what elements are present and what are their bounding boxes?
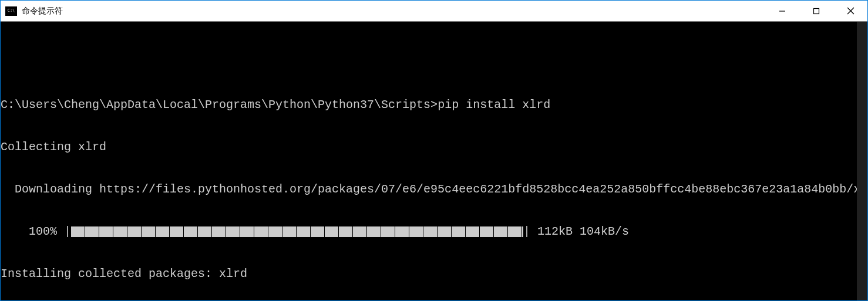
maximize-button[interactable] [799,1,833,21]
svg-rect-1 [814,8,819,13]
output-collecting: Collecting xlrd [1,140,867,154]
progress-line: 100% | | 112kB 104kB/s [1,225,867,239]
window-title: 命令提示符 [22,6,765,16]
progress-percent: 100% [1,225,64,239]
progress-bar-fill [71,226,523,237]
minimize-button[interactable] [765,1,799,21]
blank-line [1,56,867,70]
progress-cap-right: | [523,225,530,239]
progress-speed: 112kB 104kB/s [530,225,629,239]
terminal-output[interactable]: C:\Users\Cheng\AppData\Local\Programs\Py… [1,22,867,300]
output-installing: Installing collected packages: xlrd [1,267,867,281]
prompt-line: C:\Users\Cheng\AppData\Local\Programs\Py… [1,98,867,112]
window-controls [765,1,867,21]
cmd-icon [5,6,17,16]
vertical-scrollbar[interactable] [857,22,867,300]
close-button[interactable] [833,1,867,21]
progress-cap-left: | [64,225,71,239]
output-downloading: Downloading https://files.pythonhosted.o… [1,182,867,197]
titlebar[interactable]: 命令提示符 [1,1,867,22]
